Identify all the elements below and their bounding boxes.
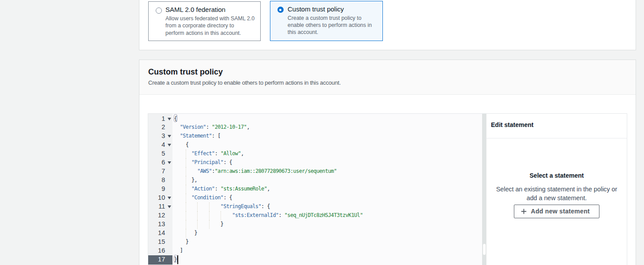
json-punctuation: : [206,124,212,130]
editor-scrollbar-thumb[interactable] [483,244,486,255]
indent-guide [186,149,186,158]
indent-guide [186,211,186,220]
aws-iam-create-role-page: { "trusted_entity_tiles": { "options": [… [0,0,644,265]
gutter-line-14: 14 [148,229,172,238]
indent-whitespace [174,194,192,201]
gutter-line-10: 10 [148,194,172,202]
indent-guide [186,229,186,238]
gutter-line-9: 9 [148,185,172,194]
indent-whitespace [174,177,192,183]
json-punctuation: : [ [212,133,221,139]
json-punctuation: , [247,124,250,130]
indent-whitespace [174,159,192,165]
editor-code-area[interactable]: { "Version": "2012-10-17", "Statement": … [172,114,482,265]
json-punctuation: : { [223,159,232,165]
fold-arrow-icon[interactable] [168,161,171,164]
code-line-1: { [172,115,482,123]
indent-guide [197,211,198,220]
tile-saml-federation[interactable]: SAML 2.0 federation Allow users federate… [148,1,261,41]
json-punctuation: : [212,168,215,174]
gutter-line-6: 6 [148,158,172,167]
section-subtitle: Create a custom trust policy to enable o… [148,79,627,87]
section-header: Custom trust policy Create a custom trus… [139,60,636,95]
json-punctuation: ] [180,247,183,254]
code-line-2: "Version": "2012-10-17", [172,123,482,132]
fold-arrow-icon[interactable] [168,205,171,208]
code-line-12: "sts:ExternalId": "seq_nUjDTc8zHSJ4T3tzv… [172,211,482,220]
gutter-line-4: 4 [148,141,172,149]
matched-brace: } [174,256,177,262]
gutter-line-11: 11 [148,202,172,211]
tile-content: Custom trust policy Create a custom trus… [288,5,372,41]
code-line-10: "Condition": { [172,194,482,202]
gutter-line-12: 12 [148,211,172,220]
gutter-line-7: 7 [148,167,172,176]
gutter-line-2: 2 [148,123,172,132]
radio-selected-icon[interactable] [277,7,284,13]
plus-icon [521,209,527,214]
indent-whitespace [174,212,232,218]
radio-unselected-icon[interactable] [156,7,162,14]
json-string-value: "arn:aws:iam::280772890673:user/sequentu… [215,168,337,174]
section-title: Custom trust policy [148,67,627,77]
json-string-value: "sts:AssumeRole" [221,186,267,192]
indent-guide [186,176,186,185]
tile-content: SAML 2.0 federation Allow users federate… [165,5,255,41]
json-punctuation: } [221,221,224,227]
indent-whitespace [174,142,186,148]
add-button-label: Add new statement [531,208,590,215]
indent-whitespace [174,150,192,157]
json-punctuation: : [215,186,221,192]
editor-line-number-gutter: 1234567891011121314151617 [148,114,172,265]
code-line-7: "AWS":"arn:aws:iam::280772890673:user/se… [172,167,482,176]
json-punctuation: , [267,186,270,192]
gutter-line-1: 1 [148,115,172,123]
add-new-statement-button[interactable]: Add new statement [514,205,599,218]
code-line-9: "Action": "sts:AssumeRole", [172,185,482,194]
tile-description: Allow users federated with SAML 2.0from … [165,15,255,37]
json-key: "Condition" [191,194,223,201]
json-key: "StringEquals" [221,203,261,209]
edit-statement-panel-body: Select a statement Select an existing st… [487,138,627,218]
json-punctuation: } [186,239,189,245]
indent-guide [186,158,186,167]
panel-title: Edit statement [491,120,622,129]
fold-arrow-icon[interactable] [168,135,171,138]
editor-scrollbar-track[interactable] [482,114,486,265]
indent-whitespace [174,186,192,192]
fold-arrow-icon[interactable] [168,197,171,199]
gutter-line-5: 5 [148,149,172,158]
json-punctuation: , [241,150,244,157]
edit-statement-panel: Edit statement Select a statement Select… [486,114,627,265]
indent-guide [209,202,210,211]
indent-guide [186,220,186,229]
code-line-6: "Principal": { [172,158,482,167]
gutter-line-3: 3 [148,132,172,141]
fold-arrow-icon[interactable] [168,144,171,146]
indent-guide [221,211,221,220]
policy-json-editor: 1234567891011121314151617 { "Version": "… [148,113,627,265]
indent-guide [197,202,198,211]
trusted-entity-type-container: SAML 2.0 federation Allow users federate… [139,0,636,50]
indent-guide [186,202,186,211]
json-punctuation: : { [261,203,270,209]
json-string-value: "Allow" [221,150,241,157]
json-key: "Statement" [180,133,212,139]
empty-state-title: Select a statement [487,171,627,180]
json-key: "Action" [191,186,215,192]
indent-whitespace [174,124,180,130]
code-line-15: } [172,238,482,246]
json-key: "Principal" [191,159,223,165]
json-punctuation: } [195,230,198,236]
json-key: "Effect" [191,150,215,157]
indent-guide [186,167,186,176]
fold-arrow-icon[interactable] [168,118,171,120]
indent-whitespace [174,133,180,139]
json-punctuation: { [186,142,189,148]
code-line-3: "Statement": [ [172,132,482,141]
gutter-line-8: 8 [148,176,172,185]
tile-custom-trust-policy[interactable]: Custom trust policy Create a custom trus… [270,1,383,41]
code-line-13: } [172,220,482,229]
gutter-line-13: 13 [148,220,172,229]
gutter-line-15: 15 [148,238,172,246]
